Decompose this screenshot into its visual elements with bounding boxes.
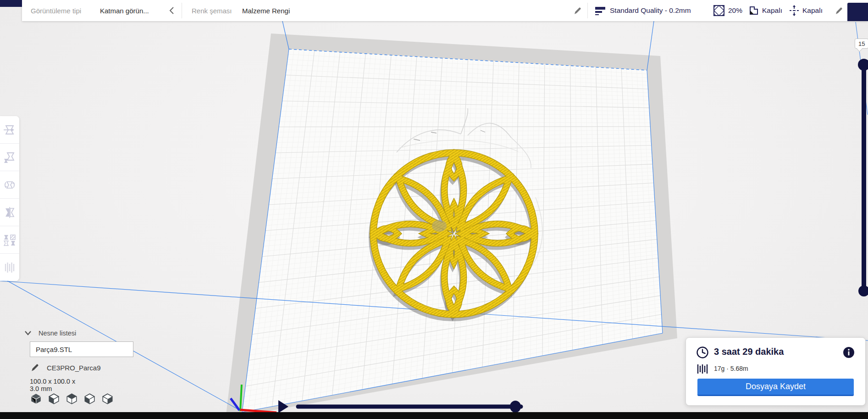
layer-slider-track[interactable]	[862, 64, 866, 292]
view-orientation-row	[30, 393, 113, 404]
toolbar-divider	[587, 3, 588, 18]
color-scheme-dropdown[interactable]: Malzeme Rengi	[242, 0, 290, 21]
adhesion-setting[interactable]: Kapalı	[802, 0, 823, 21]
edit-settings-pencil-icon[interactable]	[835, 0, 843, 21]
path-slider-handle[interactable]	[510, 401, 521, 413]
header-corner-right	[847, 3, 868, 21]
support-setting[interactable]: Kapalı	[762, 0, 782, 21]
print-summary-card: 3 saat 29 dakika 17g · 5.68m Dosyaya Kay…	[686, 337, 866, 406]
rotate-tool-button[interactable]	[0, 171, 19, 199]
adhesion-icon[interactable]	[789, 0, 800, 21]
support-icon[interactable]	[748, 0, 759, 21]
per-model-settings-icon	[3, 234, 16, 246]
header-corner-left	[0, 0, 22, 7]
color-scheme-label: Renk şeması	[192, 0, 232, 21]
rotate-tool-icon	[3, 179, 17, 191]
per-model-settings-button[interactable]	[0, 226, 19, 254]
view-toolbar: Görüntüleme tipi Katman görün... Renk şe…	[22, 0, 868, 21]
layers-profile-icon[interactable]	[595, 0, 606, 21]
view-type-dropdown[interactable]: Katman görün...	[100, 0, 149, 21]
view-3d-cube-icon[interactable]	[30, 393, 42, 404]
tool-sidebar	[0, 116, 19, 281]
mirror-tool-icon	[3, 206, 16, 219]
object-list-panel: Nesne listesi CE3PRO_Parca9 100.0 x 100.…	[24, 330, 76, 337]
scale-tool-icon	[3, 151, 16, 164]
clock-icon	[696, 346, 709, 359]
mirror-tool-button[interactable]	[0, 199, 19, 226]
printer-name: CE3PRO_Parca9	[47, 364, 101, 372]
infill-icon[interactable]	[713, 0, 724, 21]
material-icon	[697, 363, 709, 374]
object-name-input[interactable]	[30, 341, 133, 357]
save-to-file-button[interactable]: Dosyaya Kaydet	[697, 379, 854, 396]
view-top-cube-icon[interactable]	[66, 393, 77, 404]
material-estimate: 17g · 5.68m	[714, 365, 748, 372]
info-icon[interactable]	[843, 346, 855, 358]
layer-slider-top-handle[interactable]	[858, 59, 868, 71]
view-type-label: Görüntüleme tipi	[31, 0, 81, 21]
collapse-panel-icon[interactable]	[169, 0, 174, 21]
bottom-bar	[0, 412, 868, 419]
object-list-header[interactable]: Nesne listesi	[24, 330, 76, 337]
printer-pencil-icon[interactable]	[30, 363, 39, 372]
infill-setting[interactable]: 20%	[728, 0, 742, 21]
object-list-title: Nesne listesi	[39, 330, 76, 337]
edit-view-pencil-icon[interactable]	[573, 0, 582, 21]
toolbar-divider	[182, 3, 182, 18]
mesh-type-button[interactable]	[0, 254, 19, 281]
view-left-cube-icon[interactable]	[84, 393, 95, 404]
model-dimensions: 100.0 x 100.0 x 3.0 mm	[30, 378, 76, 392]
move-tool-icon	[3, 123, 16, 136]
print-time-estimate: 3 saat 29 dakika	[714, 346, 784, 357]
scale-tool-button[interactable]	[0, 144, 19, 171]
view-front-cube-icon[interactable]	[48, 393, 60, 404]
layer-slider-bottom-handle[interactable]	[858, 285, 868, 296]
move-tool-button[interactable]	[0, 116, 19, 144]
layer-number-tooltip: 15	[855, 39, 868, 49]
chevron-down-icon	[24, 330, 32, 336]
view-right-cube-icon[interactable]	[102, 393, 113, 404]
mesh-type-icon	[3, 261, 16, 274]
profile-setting[interactable]: Standard Quality - 0.2mm	[610, 0, 691, 21]
cura-window: Görüntüleme tipi Katman görün... Renk şe…	[0, 0, 868, 419]
